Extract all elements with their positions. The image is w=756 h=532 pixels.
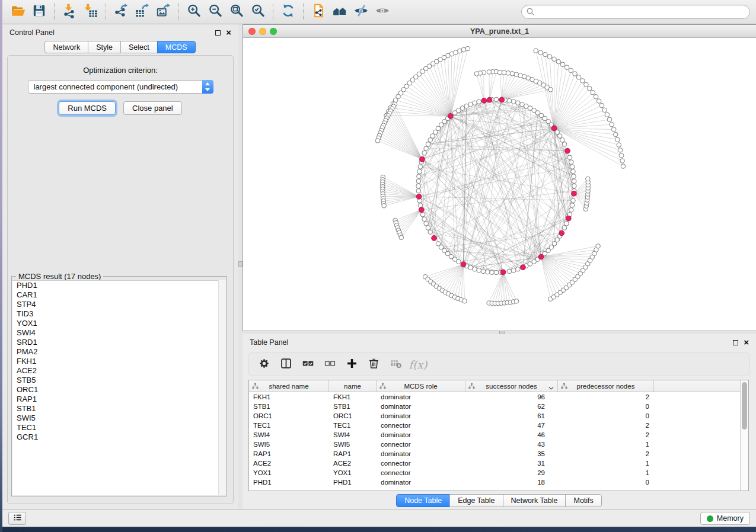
scrollbar-thumb[interactable] [742, 382, 747, 430]
column-header-MCDS-role[interactable]: MCDS role [377, 380, 465, 392]
refresh-button[interactable] [277, 2, 299, 21]
table-row[interactable]: SWI4SWI4dominator462 [249, 430, 748, 440]
close-panel-icon[interactable]: × [226, 30, 231, 36]
delete-column-button[interactable] [365, 355, 382, 373]
mcds-result-item[interactable]: FKH1 [12, 357, 226, 366]
tab-motifs[interactable]: Motifs [565, 494, 601, 507]
mcds-result-item[interactable]: SRD1 [12, 338, 226, 347]
table-cell: RAP1 [329, 450, 377, 457]
vertical-splitter[interactable] [238, 24, 243, 509]
table-row[interactable]: ORC1ORC1dominator610 [249, 411, 748, 421]
zoom-selected-button[interactable] [247, 2, 269, 21]
close-panel-icon[interactable]: × [744, 339, 749, 345]
tab-node-table[interactable]: Node Table [396, 494, 450, 507]
mcds-result-item[interactable]: STB5 [12, 376, 226, 385]
first-neighbors-button[interactable] [329, 2, 350, 21]
mcds-result-item[interactable]: PMA2 [12, 347, 226, 357]
refresh-icon [280, 3, 296, 21]
table-cell: 18 [465, 479, 558, 486]
tab-select[interactable]: Select [120, 41, 158, 53]
select-all-button[interactable] [299, 355, 317, 373]
table-row[interactable]: RAP1RAP1dominator352 [249, 449, 748, 459]
table-row[interactable]: FKH1FKH1dominator962 [249, 392, 748, 402]
export-table-button[interactable] [132, 2, 153, 21]
table-row[interactable]: TEC1TEC1connector472 [249, 421, 748, 430]
mcds-result-item[interactable]: ORC1 [12, 385, 226, 395]
task-history-button[interactable] [8, 512, 26, 525]
save-button[interactable] [28, 2, 50, 21]
show-all-button[interactable] [372, 2, 393, 21]
zoom-in-button[interactable] [183, 2, 205, 21]
column-header-name[interactable]: name [329, 380, 377, 392]
mcds-result-item[interactable]: SWI4 [12, 328, 226, 338]
mcds-result-list[interactable]: PHD1CAR1STP4TID3YOX1SWI4SRD1PMA2FKH1ACE2… [12, 280, 226, 495]
table-row[interactable]: SWI5SWI5connector431 [249, 440, 748, 449]
delete-table-icon [390, 357, 402, 372]
close-window-icon[interactable] [248, 28, 256, 35]
export-network-button[interactable] [110, 2, 132, 21]
mcds-result-item[interactable]: YOX1 [12, 319, 226, 328]
splitter-handle[interactable] [238, 261, 243, 267]
mcds-result-item[interactable]: PHD1 [12, 281, 226, 290]
mcds-result-item[interactable]: GCR1 [12, 432, 226, 442]
float-panel-icon[interactable] [733, 340, 738, 345]
import-network-button[interactable] [59, 2, 80, 21]
tab-network[interactable]: Network [44, 41, 88, 53]
deselect-all-button[interactable] [321, 355, 339, 373]
tab-network-table[interactable]: Network Table [503, 494, 566, 507]
toolbar-button-groups [7, 2, 393, 21]
hide-selected-button[interactable] [350, 2, 372, 21]
table-row[interactable]: PHD1PHD1dominator180 [249, 477, 748, 487]
export-image-button[interactable] [153, 2, 174, 21]
mcds-result-item[interactable]: STB1 [12, 404, 226, 414]
network-graph[interactable] [243, 38, 755, 331]
search-icon [525, 7, 536, 17]
mcds-result-item[interactable]: CAR1 [12, 290, 226, 300]
zoom-fit-icon [229, 3, 244, 21]
table-cell: 96 [465, 393, 558, 400]
column-header-successor-nodes[interactable]: successor nodes [465, 380, 558, 392]
zoom-fit-button[interactable] [226, 2, 247, 21]
select-all-icon [302, 357, 314, 372]
open-icon [10, 3, 25, 21]
network-from-document-button[interactable] [308, 2, 329, 21]
column-header-predecessor-nodes[interactable]: predecessor nodes [558, 380, 654, 392]
column-header-shared-name[interactable]: shared name [249, 380, 329, 392]
mcds-result-item[interactable]: SWI5 [12, 414, 226, 423]
run-mcds-button[interactable]: Run MCDS [59, 101, 116, 115]
add-column-button[interactable] [343, 355, 361, 373]
optimization-criterion-dropdown[interactable]: largest connected component (undirected) [28, 80, 213, 94]
network-window-titlebar[interactable]: YPA_prune.txt_1 [243, 25, 756, 38]
mcds-result-item[interactable]: TEC1 [12, 423, 226, 432]
table-row[interactable]: STB1STB1dominator620 [249, 402, 748, 411]
table-header-row: shared namenameMCDS rolesuccessor nodesp… [249, 380, 748, 392]
table-cell: 31 [465, 460, 558, 467]
zoom-out-button[interactable] [205, 2, 226, 21]
minimize-window-icon[interactable] [259, 28, 266, 35]
float-panel-icon[interactable] [215, 30, 221, 36]
maximize-window-icon[interactable] [270, 28, 277, 35]
close-panel-button[interactable]: Close panel [123, 101, 182, 115]
mcds-result-item[interactable]: STP4 [12, 300, 226, 309]
sort-indicator-icon[interactable] [548, 384, 554, 392]
table-cell: 1 [558, 460, 654, 467]
mcds-result-item[interactable]: ACE2 [12, 366, 226, 376]
import-table-button[interactable] [80, 2, 101, 21]
table-row[interactable]: ACE2ACE2connector311 [249, 459, 748, 468]
gear-button[interactable] [255, 355, 273, 373]
node-table[interactable]: shared namenameMCDS rolesuccessor nodesp… [248, 380, 749, 491]
table-row[interactable]: YOX1YOX1connector291 [249, 468, 748, 477]
memory-button[interactable]: Memory [700, 512, 750, 525]
tab-edge-table[interactable]: Edge Table [449, 494, 503, 507]
split-view-button[interactable] [277, 355, 295, 373]
mcds-result-item[interactable]: RAP1 [12, 395, 226, 404]
tab-style[interactable]: Style [88, 41, 121, 53]
tab-mcds[interactable]: MCDS [157, 41, 196, 53]
network-canvas[interactable] [243, 38, 756, 331]
mcds-result-item[interactable]: TID3 [12, 309, 226, 319]
open-button[interactable] [7, 2, 28, 21]
table-scrollbar[interactable] [740, 380, 748, 491]
zoom-out-icon [208, 3, 223, 21]
search-input[interactable] [521, 5, 750, 19]
mcds-result-scrollbar[interactable] [218, 280, 226, 495]
